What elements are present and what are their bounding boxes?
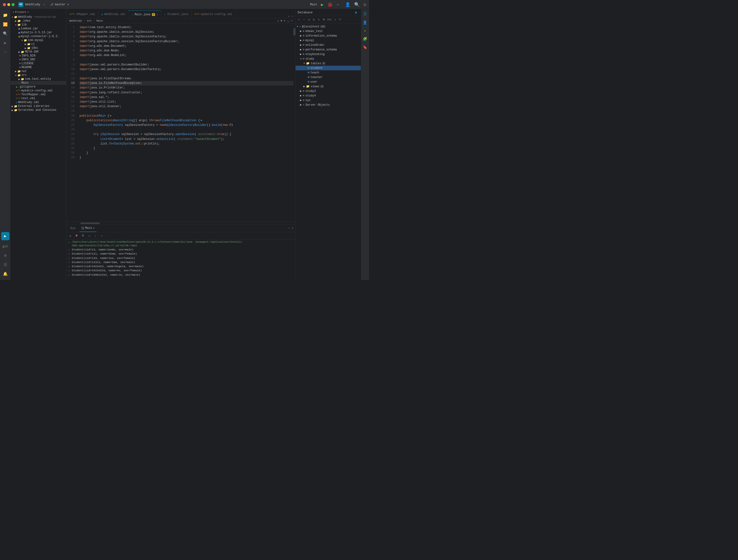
db-ebean-test[interactable]: ▶ ⊗ ebean_test — [296, 29, 361, 33]
stop-icon[interactable]: ■ — [74, 233, 79, 238]
db-localhost[interactable]: ▾ ⊙ @localhost 10 — [296, 24, 361, 29]
run-widget[interactable]: ▶ — [1, 232, 9, 240]
db-user-table[interactable]: ⊞ user — [296, 79, 361, 84]
db-student-table[interactable]: ⊞ student — [296, 66, 361, 70]
db-server-objects[interactable]: ▶ ⊙ Server Objects — [296, 102, 361, 107]
tree-item-com-test-entity[interactable]: ▶ 📁 com.test.entity — [11, 77, 66, 81]
tree-item-license[interactable]: ≡ LICENSE — [11, 62, 66, 65]
right-bookmark-icon[interactable]: 🔖 — [362, 44, 368, 50]
tree-item-jdbc[interactable]: ▶ 📁 jdbc — [11, 46, 66, 50]
find-icon[interactable]: 🔍 — [1, 30, 9, 38]
tab-mapper[interactable]: </> tMapper.xml — [66, 10, 98, 18]
more-tools-icon[interactable]: ⋯ — [1, 48, 9, 56]
search-icon[interactable]: 🔍 — [354, 2, 360, 7]
tree-item-scratches[interactable]: ▶ 📁 Scratches and Consoles — [11, 108, 66, 112]
scroll-to-end-icon[interactable]: ↓ — [93, 233, 98, 238]
git-icon[interactable]: git — [1, 242, 9, 250]
more-tabs-icon[interactable]: ⋯ — [292, 15, 293, 18]
right-plugin-icon[interactable]: 🧩 — [362, 36, 368, 42]
tree-item-mybatis-config[interactable]: </> mybatis-config.xml — [11, 89, 66, 92]
tree-item-idea[interactable]: ▶ 📁 .idea — [11, 19, 66, 23]
account-icon[interactable]: 👤 — [345, 2, 350, 7]
code-content[interactable]: import com.test.entity.Student; import o… — [76, 23, 293, 222]
todo-icon[interactable]: ☰ — [1, 261, 9, 269]
db-filter-icon[interactable]: ▽ — [338, 17, 342, 22]
root-item[interactable]: ▾ 📁 WebStudy ~/Desktop/CS/Jav — [11, 15, 66, 19]
tree-item-mysql-connector[interactable]: ▣ mysql-connector-j-8.2. — [11, 34, 66, 38]
db-refresh-icon[interactable]: ↺ — [307, 17, 311, 22]
more-output-icon[interactable]: ⋯ — [99, 233, 104, 238]
debug-button[interactable]: 🐞 — [327, 2, 333, 7]
db-sys[interactable]: ▶ ⊗ sys — [296, 98, 361, 102]
right-account-icon[interactable]: 👤 — [362, 19, 368, 26]
db-study2[interactable]: ▶ ⊗ study2 — [296, 89, 361, 93]
tree-item-testmapper[interactable]: </> TestMapper.xml — [11, 92, 66, 96]
vcs-icon[interactable]: 🔀 — [1, 20, 9, 29]
close-bottom-icon[interactable]: ✕ — [292, 226, 293, 230]
db-study4[interactable]: ▶ ⊗ study4 — [296, 93, 361, 98]
settings-editor-icon[interactable]: ⋯ — [291, 19, 293, 22]
right-db-icon[interactable]: 🗄 — [362, 11, 368, 17]
run-config[interactable]: Main — [310, 3, 317, 6]
tree-item-lib[interactable]: ▾ 📁 lib — [11, 23, 66, 27]
db-table-icon[interactable]: ⊞ — [322, 17, 326, 22]
db-mysql[interactable]: ▶ ⊗ mysql — [296, 38, 361, 43]
db-sync-icon[interactable]: ⇅ — [312, 17, 316, 22]
more-bottom-icon[interactable]: ⋯ — [288, 226, 290, 230]
db-minus-icon[interactable]: − — [302, 17, 306, 22]
tree-item-lombok[interactable]: ▣ lombok.jar — [11, 27, 66, 31]
tree-item-info-bin[interactable]: ≡ INFO_BIN — [11, 54, 66, 58]
notifications-icon[interactable]: 🔔 — [1, 270, 9, 278]
tree-item-src[interactable]: ▾ 📁 src — [11, 73, 66, 77]
tree-item-info-src[interactable]: ≡ INFO_SRC — [11, 58, 66, 62]
main-run-tab[interactable]: Main ✕ — [79, 225, 97, 232]
db-ddl-label[interactable]: DDL — [327, 18, 332, 21]
close-run-tab[interactable]: ✕ — [93, 227, 94, 230]
fold-icon[interactable]: ⌄ — [287, 19, 289, 22]
settings-icon[interactable]: ⚙ — [363, 2, 366, 7]
tree-item-readme[interactable]: ≡ README — [11, 65, 66, 69]
project-name[interactable]: WebStudy — [25, 3, 40, 6]
tab-main-java[interactable]: ☕ Main.java 9 ✕ — [128, 10, 161, 18]
db-study[interactable]: ▾ ⊗ study — [296, 56, 361, 61]
tree-item-main[interactable]: ☕ Main — [11, 81, 66, 85]
tree-item-external-libraries[interactable]: ▶ 📁 External Libraries — [11, 104, 66, 108]
toggle-soft-wrap-icon[interactable]: ⏎ — [87, 233, 92, 238]
db-add-icon[interactable]: + — [297, 17, 301, 22]
chevron-down-icon[interactable]: ▾ — [288, 15, 290, 18]
branch-name[interactable]: ⎇ master ▾ — [50, 3, 69, 6]
tree-item-meta-inf[interactable]: ▶ 📁 META-INF — [11, 50, 66, 54]
close-button[interactable] — [3, 3, 6, 6]
db-performance-schema[interactable]: ▶ ⊗ performance_schema — [296, 47, 361, 52]
project-dropdown-icon[interactable]: ▾ — [27, 11, 29, 14]
tree-item-gitignore[interactable]: ◈ .gitignore — [11, 85, 66, 89]
minimize-button[interactable] — [7, 3, 10, 6]
tree-item-out[interactable]: ▶ 📁 out — [11, 69, 66, 73]
db-views-folder[interactable]: ▶ 📁 views 2 — [296, 84, 361, 89]
terminal-icon[interactable]: ⊞ — [1, 251, 9, 260]
db-tables-folder[interactable]: ▾ 📁 tables 4 — [296, 61, 361, 66]
tab-student-java[interactable]: ☕ Student.java — [161, 10, 192, 18]
rerun-icon[interactable]: ↺ — [68, 233, 73, 238]
sidebar-toggle[interactable]: 📁 — [1, 11, 9, 19]
editor-scrollbar[interactable] — [293, 23, 295, 222]
run-debug-icon[interactable]: ▶ — [1, 39, 9, 47]
db-information-schema[interactable]: ▶ ⊗ information_schema — [296, 33, 361, 38]
run-tab[interactable]: Run — [68, 225, 77, 232]
tab-webstudy-iml[interactable]: ◈ WebStudy.iml — [98, 10, 129, 18]
tab-mybatis-config[interactable]: </> mybatis-config.xml — [192, 10, 236, 18]
tree-item-mybatis-jar[interactable]: ▣ mybatis-3.5.13.jar — [11, 31, 66, 34]
tree-item-text-xml[interactable]: </> text.xml — [11, 96, 66, 100]
db-teacher-table[interactable]: ⊞ teacher — [296, 75, 361, 79]
db-arrow-icon[interactable]: ↗ — [333, 17, 337, 22]
right-ai-icon[interactable]: ✦ — [362, 28, 368, 34]
db-online-order[interactable]: ▶ ⊗ onlineOrder — [296, 43, 361, 47]
project-header[interactable]: ▾ Project ▾ — [11, 9, 66, 15]
maximize-button[interactable] — [12, 3, 15, 6]
pause-icon[interactable]: ⏸ — [80, 233, 85, 238]
db-teach-table[interactable]: ⊞ teach — [296, 70, 361, 75]
tree-item-com-mysql[interactable]: ▾ 📁 com.mysql — [11, 38, 66, 42]
more-button[interactable]: ⋯ — [337, 2, 339, 7]
db-staybooking[interactable]: ▶ ⊗ staybooking — [296, 52, 361, 56]
code-editor[interactable]: 12345 678910 1112131415 1617181920 21222… — [66, 23, 295, 222]
